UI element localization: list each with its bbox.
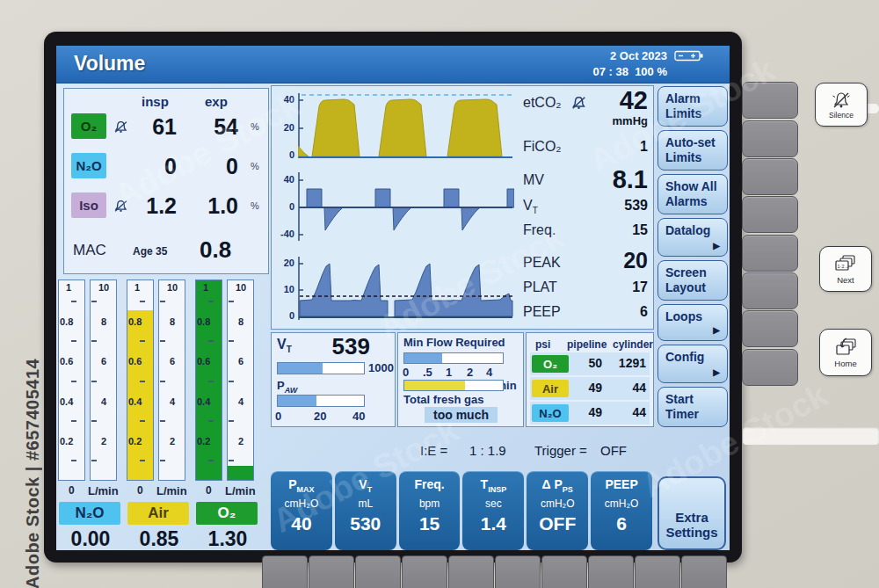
time-battery-label: 07 : 38 100 %	[544, 65, 667, 78]
min-flow-fill	[404, 353, 442, 363]
tube-fill	[127, 310, 153, 480]
side-key-3[interactable]	[742, 158, 798, 195]
screen-layout-button[interactable]: ScreenLayout	[657, 260, 728, 301]
total-fresh-gas-label: Total fresh gas	[403, 393, 484, 406]
insp-column-header: insp	[142, 94, 169, 109]
delta-pps-setting-button[interactable]: Δ PPS cmH₂O OFF	[527, 471, 588, 550]
submenu-arrow-icon: ▶	[713, 365, 720, 380]
vt-bar-panel: VT 539 1000 PAW 0 20 40	[271, 332, 396, 427]
bottom-key-3[interactable]	[355, 555, 401, 588]
flow-waveform	[298, 169, 514, 244]
supply-row-air: Air 49 44	[530, 377, 650, 400]
freq-setting-button[interactable]: Freq. bpm 15	[399, 471, 461, 550]
waveform-panel: 40 20 0 etCO₂	[271, 85, 654, 330]
home-button[interactable]: Home	[819, 329, 872, 376]
co2-values: etCO₂ 42 mmHg FiCO₂ 1	[521, 88, 650, 163]
supply-row-o2: O₂ 50 1291	[530, 352, 650, 375]
o2-insp-value: 61	[126, 114, 177, 140]
bottom-key-8[interactable]	[588, 555, 634, 588]
iso-exp-value: 1.0	[187, 193, 238, 219]
mac-value: 0.8	[200, 236, 231, 264]
ie-trigger-row: I:E = 1 : 1.9 Trigger = OFF	[271, 443, 652, 462]
settings-button-row: PMAX cmH₂O 40 VT mL 530 Freq. bpm 15 TIN…	[271, 471, 652, 550]
start-timer-button[interactable]: StartTimer	[657, 387, 728, 427]
fresh-gas-fill	[404, 381, 465, 390]
flowmeter-air: 1 0.8 0.6 0.4 0.2 10 8 6 4 2 0 L	[127, 277, 192, 550]
extra-settings-button[interactable]: Extra Settings	[657, 476, 726, 550]
gas-row-iso: Iso 1.2 1.0 %	[71, 192, 263, 228]
etco2-value: 42	[620, 86, 648, 115]
side-key-2[interactable]	[742, 120, 798, 157]
flowmeter-tube: 1 0.8 0.6 0.4 0.2	[195, 279, 222, 481]
side-key-1[interactable]	[742, 82, 798, 119]
paw-bar-fill	[278, 396, 316, 406]
alarm-off-icon	[570, 96, 587, 110]
trigger-label: Trigger =	[534, 443, 587, 458]
next-button[interactable]: 1·2→ Next	[819, 246, 872, 292]
config-button[interactable]: Config ▶	[657, 345, 728, 383]
screen: Volume 2 Oct 2023 07 : 38 100 % insp exp…	[56, 46, 730, 550]
vt-bar	[277, 362, 365, 374]
vt-bar-fill	[278, 363, 323, 374]
o2-flow-value: 1.30	[195, 527, 260, 550]
bottom-key-6[interactable]	[495, 555, 541, 588]
panel-groove	[743, 427, 879, 445]
vt-bar-value: 539	[332, 333, 370, 360]
plat-value: 17	[632, 279, 648, 295]
pressure-values: PEAK 20 PLAT 17 PEEP 6	[521, 250, 650, 325]
pressure-chart-row: 20 10 0 PEAK 20 PLAT 17 PEEP	[273, 250, 650, 325]
page-title: Volume	[74, 52, 145, 76]
fresh-gas-bar	[403, 380, 504, 391]
alarm-limits-button[interactable]: AlarmLimits	[657, 86, 728, 127]
bottom-key-5[interactable]	[448, 555, 494, 588]
flowmeter-tube: 10 8 6 4 2	[158, 279, 185, 481]
device-body: Volume 2 Oct 2023 07 : 38 100 % insp exp…	[0, 0, 879, 588]
co2-chart-row: 40 20 0 etCO₂	[273, 88, 650, 163]
mac-row: MAC Age 35 0.8	[73, 236, 261, 266]
n2o-unit: %	[251, 161, 259, 171]
show-all-alarms-button[interactable]: Show AllAlarms	[657, 174, 728, 214]
o2-unit: %	[251, 121, 259, 132]
silence-button[interactable]: Silence	[815, 83, 868, 127]
bottom-key-4[interactable]	[402, 555, 447, 588]
side-key-7[interactable]	[742, 310, 798, 347]
datalog-button[interactable]: Datalog ▶	[657, 218, 728, 257]
auto-set-limits-button[interactable]: Auto-setLimits	[657, 130, 728, 171]
bottom-key-7[interactable]	[541, 555, 587, 588]
flowmeter-n2o: 1 0.8 0.6 0.4 0.2 10 8 6 4 2 0 L	[58, 277, 123, 550]
n2o-flow-badge: N₂O	[59, 502, 120, 525]
n2o-badge: N₂O	[71, 153, 106, 178]
gas-row-n2o: N₂O 0 0 %	[71, 153, 263, 188]
bottom-key-9[interactable]	[635, 555, 680, 588]
side-key-4[interactable]	[742, 196, 798, 233]
iso-unit: %	[251, 200, 259, 211]
bottom-key-1[interactable]	[262, 555, 308, 588]
o2-flow-badge: O₂	[196, 502, 258, 525]
flow-values: MV 8.1 VT 539 Freq. 15	[521, 169, 650, 244]
vt-setting-button[interactable]: VT mL 530	[335, 471, 396, 550]
flow-chart-row: 40 0 -40 MV 8.1 VT 539 Freq. 15	[273, 169, 650, 244]
watermark-id: Adobe Stock | #657405414	[23, 332, 43, 588]
n2o-flow-value: 0.00	[58, 527, 123, 550]
side-key-6[interactable]	[742, 272, 798, 309]
pages-next-icon: 1·2→	[833, 253, 858, 274]
flowmeter-tube: 1 0.8 0.6 0.4 0.2	[58, 279, 85, 481]
peep-setting-button[interactable]: PEEP cmH₂O 6	[591, 471, 652, 550]
bottom-key-10[interactable]	[681, 555, 727, 588]
pressure-waveform	[298, 250, 514, 325]
freq-value: 15	[632, 222, 648, 238]
peep-value: 6	[640, 304, 648, 320]
pmax-setting-button[interactable]: PMAX cmH₂O 40	[271, 471, 332, 550]
side-key-5[interactable]	[742, 235, 798, 272]
gas-measurement-panel: insp exp O₂ 61 54 % N₂O 0 0 %	[63, 88, 269, 274]
paw-bar	[277, 395, 365, 407]
loops-button[interactable]: Loops ▶	[657, 304, 728, 341]
bottom-key-2[interactable]	[309, 555, 354, 588]
exp-column-header: exp	[205, 94, 228, 109]
tinsp-setting-button[interactable]: TINSP sec 1.4	[462, 471, 524, 550]
submenu-arrow-icon: ▶	[713, 238, 720, 253]
air-flow-badge: Air	[127, 502, 189, 525]
side-key-8[interactable]	[742, 349, 798, 386]
vt-value: 539	[624, 198, 648, 214]
gas-supply-table: psi pipeline cylinder O₂ 50 1291 Air 49 …	[526, 332, 654, 427]
